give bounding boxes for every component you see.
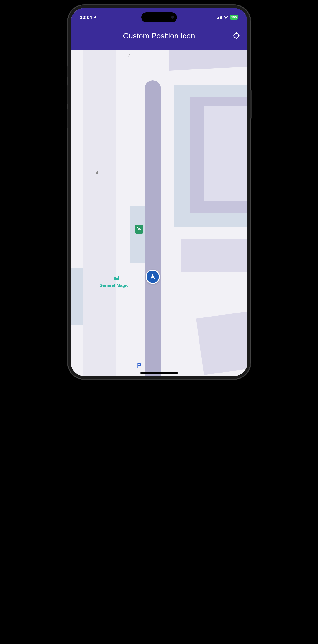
poi-label[interactable]: General Magic xyxy=(99,283,129,288)
poi-marker[interactable] xyxy=(135,225,143,234)
dynamic-island xyxy=(141,12,177,22)
status-left: 12:04 xyxy=(80,15,97,20)
navigation-arrow-icon xyxy=(149,273,156,280)
battery-level: 100 xyxy=(231,16,237,19)
home-indicator[interactable] xyxy=(140,372,178,374)
svg-point-9 xyxy=(138,228,140,230)
phone-frame: 12:04 100 Custom Position Icon xyxy=(68,5,251,380)
locate-button[interactable] xyxy=(232,31,241,40)
svg-rect-1 xyxy=(218,17,219,19)
factory-icon xyxy=(114,275,119,282)
power-button xyxy=(250,90,251,118)
volume-down-button xyxy=(67,109,68,128)
map-building xyxy=(196,310,247,375)
side-button xyxy=(67,66,68,77)
svg-rect-2 xyxy=(220,16,221,19)
map-road xyxy=(83,50,116,376)
wifi-icon xyxy=(224,16,228,19)
map-road xyxy=(145,80,161,376)
current-position-marker[interactable] xyxy=(145,270,160,284)
parking-label: P xyxy=(137,362,141,370)
map-building xyxy=(71,268,83,324)
house-number: 4 xyxy=(96,170,98,176)
svg-point-10 xyxy=(137,229,139,230)
battery-indicator: 100 xyxy=(230,15,238,20)
house-number: 7 xyxy=(128,53,130,58)
svg-rect-0 xyxy=(217,18,218,19)
cellular-icon xyxy=(217,16,222,19)
volume-up-button xyxy=(67,85,68,104)
map-view[interactable]: 7 4 General Magic xyxy=(71,50,247,376)
svg-point-4 xyxy=(234,34,239,38)
locate-icon xyxy=(232,32,240,40)
meeting-point-icon xyxy=(136,226,142,232)
svg-point-11 xyxy=(139,229,140,230)
status-right: 100 xyxy=(217,15,238,20)
phone-inner: 12:04 100 Custom Position Icon xyxy=(71,8,247,376)
screen: 12:04 100 Custom Position Icon xyxy=(71,8,247,376)
map-building xyxy=(205,106,247,201)
map-building xyxy=(169,50,247,71)
map-building xyxy=(181,239,247,272)
svg-rect-3 xyxy=(221,16,222,19)
location-arrow-icon xyxy=(93,15,97,20)
page-title: Custom Position Icon xyxy=(123,32,195,40)
clock-label: 12:04 xyxy=(80,15,92,20)
